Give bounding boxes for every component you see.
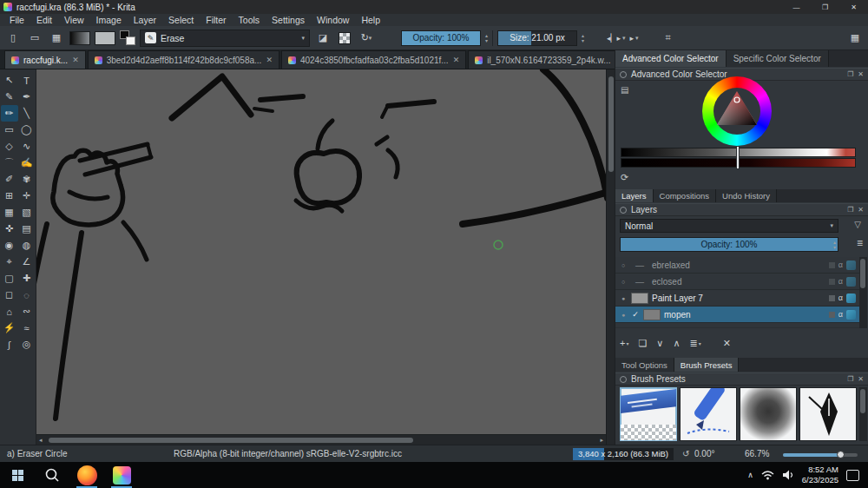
add-layer-button[interactable]: +▾ [620, 338, 628, 348]
float-docker-icon[interactable]: ❐ [847, 206, 853, 214]
menu-settings[interactable]: Settings [266, 15, 311, 25]
tool-polygon-icon[interactable]: ◇ [1, 138, 18, 155]
float-docker-icon[interactable]: ❐ [847, 70, 853, 78]
duplicate-layer-button[interactable]: ❏ [638, 338, 647, 349]
tool-gradient-icon[interactable]: ▧ [18, 204, 36, 221]
zoom-value[interactable]: 66.7% [745, 449, 769, 458]
move-layer-up-button[interactable]: ∧ [673, 338, 680, 349]
hidden-icons-chevron[interactable]: ∧ [747, 471, 753, 479]
tool-rectangle-icon[interactable]: ▭ [1, 122, 18, 138]
menu-help[interactable]: Help [355, 15, 386, 25]
speaker-icon[interactable] [782, 470, 794, 480]
size-spinner[interactable]: ▴▾ [582, 33, 584, 43]
float-docker-icon[interactable]: ❐ [847, 375, 853, 383]
delete-layer-button[interactable]: ✕ [723, 338, 731, 349]
close-docker-icon[interactable]: ✕ [858, 375, 864, 383]
tool-multibrush-icon[interactable]: ✾ [18, 171, 36, 188]
search-button[interactable] [35, 462, 69, 488]
pattern-chooser[interactable] [95, 31, 115, 45]
clock[interactable]: 8:52 AM 6/23/2025 [802, 465, 838, 485]
tab-layers[interactable]: Layers [615, 189, 654, 202]
gradient-bar-handle[interactable] [736, 146, 740, 169]
inherit-alpha-icon[interactable] [846, 293, 856, 303]
document-tab-3[interactable]: 4024c3850fbcfadfaa03c2fba5d1021f... ✕ [281, 50, 466, 69]
saturation-triangle[interactable] [713, 88, 760, 135]
brush-preset-ink-pen[interactable] [799, 387, 857, 441]
tab-undo-history[interactable]: Undo History [716, 189, 777, 202]
fg-bg-color-chip[interactable] [120, 30, 135, 45]
menu-tools[interactable]: Tools [233, 15, 266, 25]
tab-brush-presets[interactable]: Brush Presets [674, 358, 740, 372]
visibility-icon[interactable]: ● [619, 295, 628, 301]
brush-preset-combo[interactable]: ✎ Erase ▾ [140, 30, 310, 47]
zoom-slider-handle[interactable] [837, 451, 845, 458]
alpha-lock-icon[interactable]: α [838, 277, 843, 286]
tab-advanced-color-selector[interactable]: Advanced Color Selector [615, 50, 727, 67]
lock-icon[interactable] [829, 262, 835, 268]
tool-crop-icon[interactable]: ▦ [1, 204, 18, 221]
layer-opacity-slider[interactable]: Opacity: 100% ▴▾ [620, 237, 838, 252]
gradient-chooser[interactable] [69, 31, 90, 45]
tool-calligraphy-icon[interactable]: ✒ [18, 89, 36, 105]
trim-to-image-button[interactable]: ⌗ [660, 30, 677, 47]
start-button[interactable] [0, 462, 35, 488]
layer-properties-button[interactable]: ≣▾ [689, 338, 700, 349]
tool-rect-select-icon[interactable]: ◻ [1, 287, 18, 303]
zoom-slider[interactable] [783, 453, 858, 457]
layers-menu-icon[interactable]: ≡ [857, 237, 863, 249]
menu-view[interactable]: View [58, 15, 90, 25]
layer-row[interactable]: ○ — ebrelaxed α [615, 257, 859, 274]
preserve-alpha-button[interactable] [336, 30, 353, 47]
tool-color-sampler-icon[interactable]: ✜ [1, 221, 18, 237]
close-docker-icon[interactable]: ✕ [858, 206, 864, 214]
alpha-lock-icon[interactable]: α [838, 293, 843, 302]
color-wheel[interactable] [702, 76, 772, 146]
close-tab-icon[interactable]: ✕ [453, 56, 460, 64]
rotation-value[interactable]: 0.00° [694, 449, 714, 458]
wrap-around-button[interactable]: ▸▾ [630, 34, 639, 43]
tool-line-icon[interactable]: ╲ [18, 105, 36, 122]
scrollbar-thumb[interactable] [860, 259, 865, 288]
selector-settings-icon[interactable]: ▤ [621, 85, 628, 95]
save-document-icon[interactable]: ▦ [48, 30, 65, 47]
tab-specific-color-selector[interactable]: Specific Color Selector [727, 50, 829, 67]
scroll-right-icon[interactable]: ▸ [600, 437, 603, 444]
mirror-horizontal-button[interactable]: ◂▏▸▾ [607, 34, 625, 43]
scrollbar-thumb[interactable] [49, 438, 413, 443]
tool-similar-select-icon[interactable]: ≈ [18, 320, 36, 336]
new-document-icon[interactable]: ▯ [4, 30, 22, 47]
tool-enclose-fill-icon[interactable]: ◍ [18, 237, 36, 254]
canvas-drawing[interactable] [36, 69, 606, 434]
lock-icon[interactable] [829, 295, 835, 301]
opacity-slider[interactable]: Opacity: 100% [401, 30, 481, 46]
scrollbar-thumb[interactable] [608, 76, 614, 172]
tool-assistants-icon[interactable]: ⌖ [1, 254, 18, 270]
layer-row[interactable]: ○ — eclosed α [615, 274, 859, 290]
document-tab-2[interactable]: 3bed2d4d2aeff8b114f242b8dc9cf058a... ✕ [88, 50, 279, 69]
tool-dynamic-brush-icon[interactable]: ✐ [1, 171, 18, 188]
tool-freehand-select-icon[interactable]: ∾ [18, 303, 36, 320]
close-docker-icon[interactable]: ✕ [858, 70, 864, 78]
tool-move-icon[interactable]: ✛ [18, 188, 36, 204]
brush-preset-eraser[interactable] [620, 387, 677, 441]
canvas[interactable] [36, 69, 606, 434]
tool-shape-select-icon[interactable]: ↖ [1, 72, 18, 89]
menu-image[interactable]: Image [90, 15, 128, 25]
close-button[interactable]: ✕ [839, 0, 868, 14]
inherit-alpha-icon[interactable] [846, 260, 856, 270]
menu-file[interactable]: File [3, 15, 30, 25]
scroll-left-icon[interactable]: ◂ [39, 437, 43, 444]
visibility-icon[interactable]: ● [619, 312, 628, 318]
scrollbar-thumb[interactable] [860, 389, 865, 413]
workspace-chooser-button[interactable]: ▦ [846, 30, 864, 47]
notification-center-icon[interactable] [846, 470, 859, 481]
firefox-taskbar-button[interactable] [69, 462, 104, 488]
lock-icon[interactable] [829, 312, 835, 318]
tool-ellipse-select-icon[interactable]: ◌ [18, 287, 36, 303]
rotation-reset-icon[interactable]: ↺ [682, 449, 689, 458]
document-tab-1[interactable]: raccfugi.k... ✕ [4, 50, 86, 69]
inherit-alpha-icon[interactable] [846, 310, 856, 320]
tool-polygon-select-icon[interactable]: ⌂ [1, 303, 18, 320]
tool-fill-icon[interactable]: ◉ [1, 237, 18, 254]
background-color[interactable] [126, 36, 135, 45]
